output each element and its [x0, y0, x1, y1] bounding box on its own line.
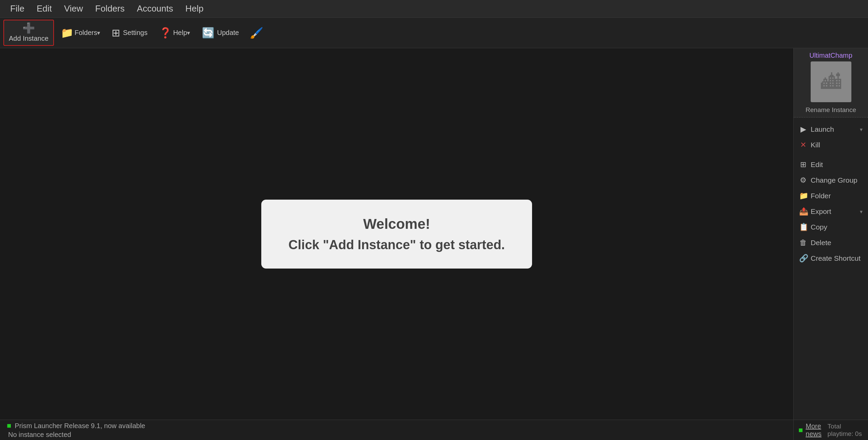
create-shortcut-action[interactable]: 🔗 Create Shortcut	[794, 251, 868, 266]
toolbar: ➕ Add Instance 📁 Folders ▾ ⊞ Settings ❓ …	[0, 18, 868, 48]
more-news-link[interactable]: More news	[806, 422, 827, 438]
copy-label: Copy	[811, 223, 863, 231]
help-label: Help	[173, 29, 187, 37]
account-name: UltimatChamp	[809, 52, 852, 59]
kill-label: Kill	[811, 141, 863, 149]
sidebar: UltimatChamp 🏙 Rename Instance ▶ Launch …	[793, 48, 868, 420]
menubar: File Edit View Folders Accounts Help	[0, 0, 868, 18]
change-group-action[interactable]: ⚙ Change Group	[794, 172, 868, 188]
update-icon: 🔄	[202, 28, 214, 38]
prism-news-icon: ■	[7, 421, 11, 430]
settings-button[interactable]: ⊞ Settings	[107, 25, 152, 41]
edit-icon: ⊞	[799, 160, 807, 169]
welcome-box: Welcome! Click "Add Instance" to get sta…	[261, 200, 532, 269]
sidebar-gap-1	[794, 117, 868, 122]
menu-folders[interactable]: Folders	[89, 1, 131, 16]
avatar-placeholder-icon: 🏙	[821, 70, 841, 94]
brush-icon: 🖌️	[250, 27, 263, 39]
folders-icon: 📁	[61, 28, 73, 38]
delete-icon: 🗑	[799, 238, 807, 247]
help-dropdown-arrow: ▾	[187, 29, 190, 37]
prism-news-bar: ■ Prism Launcher Release 9.1, now availa…	[7, 421, 787, 430]
export-icon: 📤	[799, 207, 807, 216]
copy-icon: 📋	[799, 223, 807, 232]
menu-edit[interactable]: Edit	[31, 1, 58, 16]
delete-label: Delete	[811, 239, 863, 247]
brush-tool-button[interactable]: 🖌️	[250, 26, 263, 39]
update-label: Update	[217, 29, 239, 37]
copy-action[interactable]: 📋 Copy	[794, 219, 868, 235]
folders-dropdown-arrow: ▾	[97, 29, 100, 37]
export-label: Export	[811, 207, 856, 216]
folder-action[interactable]: 📁 Folder	[794, 188, 868, 204]
add-instance-icon: ➕	[22, 23, 35, 33]
edit-action[interactable]: ⊞ Edit	[794, 157, 868, 172]
delete-action[interactable]: 🗑 Delete	[794, 235, 868, 251]
launch-icon: ▶	[799, 125, 807, 134]
folders-button[interactable]: 📁 Folders ▾	[56, 25, 105, 41]
welcome-title: Welcome!	[288, 216, 505, 232]
statusbar-right: ■ More news Total playtime: 0s	[793, 420, 868, 440]
add-instance-label: Add Instance	[9, 35, 49, 42]
menu-view[interactable]: View	[58, 1, 89, 16]
kill-action[interactable]: ✕ Kill	[794, 137, 868, 153]
rename-instance-label[interactable]: Rename Instance	[806, 106, 856, 114]
sidebar-gap-2	[794, 153, 868, 157]
kill-icon: ✕	[799, 141, 807, 149]
statusbar-left: ■ Prism Launcher Release 9.1, now availa…	[0, 420, 793, 440]
folder-label: Folder	[811, 192, 863, 200]
export-arrow: ▾	[860, 208, 863, 215]
menu-accounts[interactable]: Accounts	[131, 1, 179, 16]
edit-label: Edit	[811, 161, 863, 169]
no-instance-text: No instance selected	[8, 431, 787, 439]
create-shortcut-label: Create Shortcut	[811, 254, 863, 262]
folder-icon: 📁	[799, 191, 807, 200]
launch-arrow: ▾	[860, 126, 863, 133]
help-icon: ❓	[159, 28, 172, 38]
change-group-icon: ⚙	[799, 176, 807, 185]
avatar: 🏙	[811, 61, 851, 102]
folders-label: Folders	[75, 29, 97, 37]
menu-file[interactable]: File	[4, 1, 31, 16]
account-area: UltimatChamp 🏙 Rename Instance	[794, 48, 868, 117]
add-instance-button[interactable]: ➕ Add Instance	[3, 20, 54, 46]
total-playtime: Total playtime: 0s	[828, 423, 863, 438]
menu-help[interactable]: Help	[179, 1, 209, 16]
settings-label: Settings	[123, 29, 147, 37]
launch-action[interactable]: ▶ Launch ▾	[794, 122, 868, 137]
help-button[interactable]: ❓ Help ▾	[154, 25, 195, 41]
update-button[interactable]: 🔄 Update	[197, 25, 244, 41]
center-area: Welcome! Click "Add Instance" to get sta…	[0, 48, 793, 420]
create-shortcut-icon: 🔗	[799, 254, 807, 263]
main-area: Welcome! Click "Add Instance" to get sta…	[0, 48, 868, 420]
change-group-label: Change Group	[811, 176, 863, 184]
more-news-icon: ■	[798, 426, 803, 435]
prism-news-text: Prism Launcher Release 9.1, now availabl…	[15, 422, 145, 430]
export-action[interactable]: 📤 Export ▾	[794, 204, 868, 219]
settings-icon: ⊞	[112, 28, 120, 38]
launch-label: Launch	[811, 125, 856, 133]
welcome-subtitle: Click "Add Instance" to get started.	[288, 238, 505, 252]
